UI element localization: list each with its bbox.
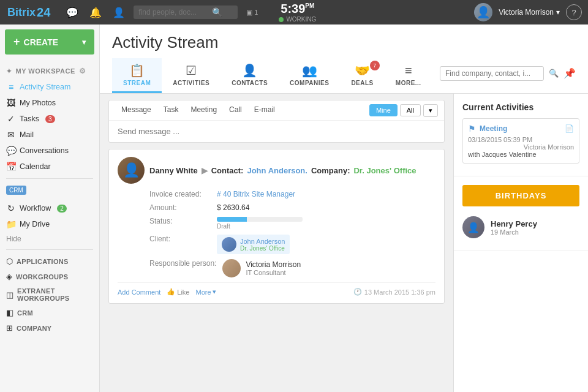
person-icon[interactable]: 👤 [113,7,125,18]
create-button[interactable]: +CREATE ▾ [5,29,94,55]
compose-tab-email[interactable]: E-mail [248,100,281,120]
crm-tag: CRM [6,186,26,195]
stream-tab-icon: 📋 [129,63,145,78]
client-label: Client: [149,235,211,243]
sidebar-item-company[interactable]: ⊞ COMPANY [0,320,99,336]
client-info: John Anderson Dr. Jones' Office [240,238,285,252]
logo-text: Bitrix [7,6,36,19]
contact-prefix: Contact: [211,166,244,175]
nav-icons: 💬 🔔 👤 [58,7,134,18]
clock-icon: 🕐 [353,288,362,296]
crm-bottom-icon: ◧ [6,308,13,317]
global-search[interactable]: 🔍 [134,6,238,19]
sidebar-item-mail[interactable]: ✉ Mail [0,127,99,143]
tab-more[interactable]: ≡ MORE... [385,59,432,93]
compose-bar: Message Task Meeting Call E-mail Mine Al… [108,100,445,143]
pin-icon[interactable]: 📌 [564,67,576,79]
search-icon[interactable]: 🔍 [549,69,559,78]
compose-tab-message[interactable]: Message [115,100,157,120]
time-display: 5:39PM WORKING [266,2,328,23]
hide-link[interactable]: Hide [0,232,99,246]
more-dropdown[interactable]: More ▾ [196,288,216,296]
filter-all-button[interactable]: All [400,104,421,116]
compose-tabs: Message Task Meeting Call E-mail Mine Al… [109,100,444,121]
compose-input-area[interactable] [109,121,444,142]
sidebar-item-extranet[interactable]: ◫ EXTRANET WORKGROUPS [0,284,99,305]
deals-tab-icon: 🤝 [355,63,370,78]
top-navigation: Bitrix24 💬 🔔 👤 🔍 ▣ 1 5:39PM WORKING 👤 Vi… [0,0,588,24]
main-layout: +CREATE ▾ ✦ MY WORKSPACE ⚙ ≡ Activity St… [0,24,588,392]
sidebar: +CREATE ▾ ✦ MY WORKSPACE ⚙ ≡ Activity St… [0,24,100,392]
tab-deals[interactable]: 🤝 DEALS 7 [340,58,384,93]
compose-tab-call[interactable]: Call [223,100,248,120]
sidebar-item-tasks[interactable]: ✓ Tasks 3 [0,111,99,127]
extranet-icon: ◫ [6,290,13,300]
birthday-name[interactable]: Henry Percy [491,219,537,228]
right-panel: Current Activities ⚑ Meeting 📄 03/18/201… [453,94,588,392]
mail-icon: ✉ [6,130,16,140]
conversations-icon: 💬 [6,146,16,156]
help-button[interactable]: ? [566,4,582,20]
tab-search-input[interactable] [440,66,544,81]
more-tab-icon: ≡ [405,64,412,78]
app-logo[interactable]: Bitrix24 [0,6,58,20]
current-activities-section: Current Activities ⚑ Meeting 📄 03/18/201… [454,94,588,176]
amount-label: Amount: [149,203,211,212]
pulse-icon: ▣ [246,9,252,17]
compose-tab-task[interactable]: Task [157,100,185,120]
deals-badge: 7 [370,61,380,70]
tab-stream[interactable]: 📋 STREAM [112,58,162,93]
company-link[interactable]: Dr. Jones' Office [353,166,416,175]
sidebar-item-activity-stream[interactable]: ≡ Activity Stream [0,79,99,95]
photos-icon: 🖼 [6,98,16,108]
sidebar-item-calendar[interactable]: 📅 Calendar [0,159,99,175]
meeting-user: Victoria Morrison [468,143,574,151]
stream-icon: ≡ [6,82,16,92]
filter-mine-button[interactable]: Mine [369,104,398,116]
sidebar-item-crm-bottom[interactable]: ◧ CRM [0,305,99,320]
filter-dropdown-button[interactable]: ▾ [423,104,438,117]
chat-icon[interactable]: 💬 [66,7,78,18]
contact-link[interactable]: John Anderson. [247,166,307,175]
search-input[interactable] [138,8,212,17]
divider [6,178,93,179]
sidebar-item-workflow[interactable]: ↻ Workflow 2 [0,200,99,216]
bell-icon[interactable]: 🔔 [89,7,102,18]
resp-chip: Victoria Morrison IT Consultant [222,259,301,277]
apps-icon: ⬡ [6,257,13,266]
like-label: Like [177,288,189,296]
tasks-icon: ✓ [6,114,16,124]
compose-tab-meeting[interactable]: Meeting [184,100,223,120]
resp-name[interactable]: Victoria Morrison [246,260,301,269]
card-user-name: Danny White ▶ Contact: John Anderson. Co… [149,166,435,175]
invoice-link[interactable]: # 40 Bitrix Site Manager [217,190,295,198]
workflow-icon: ↻ [6,203,16,213]
sidebar-item-applications[interactable]: ⬡ APPLICATIONS [0,254,99,269]
card-header: 👤 Danny White ▶ Contact: John Anderson. … [118,157,435,184]
gear-icon[interactable]: ⚙ [79,67,86,75]
sidebar-item-workgroups[interactable]: ◈ WORKGROUPS [0,269,99,284]
logo-number: 24 [37,6,50,20]
activities-tab-icon: ☑ [186,63,197,78]
add-comment-link[interactable]: Add Comment [118,288,160,296]
sidebar-item-my-photos[interactable]: 🖼 My Photos [0,95,99,111]
tab-contacts[interactable]: 👤 CONTACTS [221,58,279,93]
user-area: 👤 Victoria Morrison ▾ ? [474,3,588,21]
avatar[interactable]: 👤 [474,3,492,21]
like-button[interactable]: 👍 Like [167,288,189,296]
client-chip[interactable]: John Anderson Dr. Jones' Office [217,235,290,254]
sidebar-item-my-drive[interactable]: 📁 My Drive [0,216,99,232]
company-prefix: Company: [311,166,350,175]
current-activities-title: Current Activities [462,102,579,112]
sidebar-item-conversations[interactable]: 💬 Conversations [0,143,99,159]
birthdays-button[interactable]: BIRTHDAYS [462,185,579,206]
compose-text-input[interactable] [118,127,435,136]
activity-feed: Message Task Meeting Call E-mail Mine Al… [100,94,453,392]
user-name-button[interactable]: Victoria Morrison ▾ [499,8,560,17]
meeting-title[interactable]: Meeting [480,124,507,133]
workgroups-icon: ◈ [6,272,12,281]
workflow-badge: 2 [57,205,67,213]
tab-companies[interactable]: 👥 COMPANIES [279,58,340,93]
working-status: WORKING [279,16,316,23]
tab-activities[interactable]: ☑ ACTIVITIES [162,58,221,93]
